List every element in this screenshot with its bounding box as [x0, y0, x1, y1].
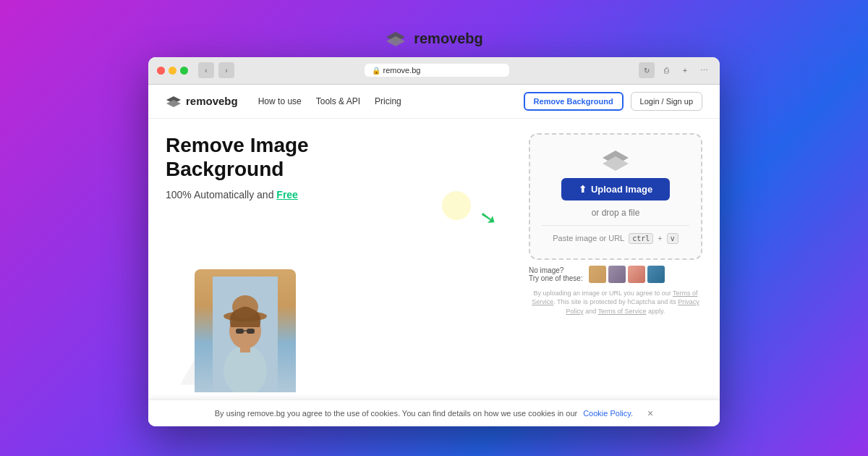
nav-how-to-use[interactable]: How to use	[258, 96, 302, 106]
site-logo-icon	[166, 96, 182, 107]
paste-bar: Paste image or URL ctrl + v	[542, 225, 689, 244]
lock-icon: 🔒	[372, 67, 380, 75]
reload-button[interactable]: ↻	[639, 62, 655, 78]
circle-decoration	[442, 191, 471, 220]
person-image	[195, 269, 296, 392]
upload-icon	[601, 149, 630, 171]
forward-button[interactable]: ›	[218, 62, 234, 78]
upload-drop-zone[interactable]: ⬆ Upload Image or drop a file Paste imag…	[529, 133, 702, 260]
sample-thumb-2[interactable]	[608, 266, 626, 283]
share-button[interactable]: ⎙	[659, 63, 673, 77]
sample-thumbnails	[589, 266, 665, 283]
free-text: Free	[276, 189, 298, 200]
minimize-button[interactable]	[169, 67, 176, 75]
hero-left: · · · ·· · · ·· · · · Remove ImageBackgr…	[166, 133, 514, 392]
hero-title: Remove ImageBackground	[166, 133, 514, 182]
browser-window: ‹ › 🔒 remove.bg ↻ ⎙ + ⋯	[148, 57, 720, 426]
traffic-lights	[157, 67, 188, 75]
add-tab-button[interactable]: +	[678, 63, 692, 77]
cookie-bar: By using remove.bg you agree to the use …	[148, 400, 720, 426]
dots-decoration: · · · ·· · · ·· · · ·	[173, 162, 200, 180]
address-bar[interactable]: 🔒 remove.bg	[365, 64, 509, 77]
back-button[interactable]: ‹	[198, 62, 214, 78]
url-text: remove.bg	[383, 66, 421, 75]
brand-logo-icon	[385, 30, 407, 46]
more-button[interactable]: ⋯	[697, 63, 711, 77]
close-button[interactable]	[157, 67, 165, 75]
terms-link-2[interactable]: Terms of Service	[597, 308, 646, 315]
maximize-button[interactable]	[180, 67, 188, 75]
no-image-label: No image? Try one of these:	[529, 266, 583, 282]
cookie-text: By using remove.bg you agree to the use …	[215, 409, 577, 418]
person-placeholder	[195, 269, 296, 392]
v-key: v	[667, 233, 678, 244]
site-logo[interactable]: removebg	[166, 95, 238, 107]
ctrl-key: ctrl	[629, 233, 653, 244]
sample-thumb-4[interactable]	[647, 266, 665, 283]
hero-right: ⬆ Upload Image or drop a file Paste imag…	[529, 133, 702, 392]
try-these-section: No image? Try one of these:	[529, 266, 702, 283]
nav-links: How to use Tools & API Pricing	[258, 96, 524, 106]
cookie-policy-link[interactable]: Cookie Policy.	[583, 409, 633, 418]
upload-disclaimer: By uploading an image or URL you agree t…	[529, 289, 702, 316]
site-nav: removebg How to use Tools & API Pricing …	[148, 85, 720, 119]
hero-section: · · · ·· · · ·· · · · Remove ImageBackgr…	[148, 119, 720, 400]
person-silhouette	[213, 276, 278, 392]
paste-label: Paste image or URL	[553, 234, 624, 242]
website-content: removebg How to use Tools & API Pricing …	[148, 85, 720, 426]
browser-chrome: ‹ › 🔒 remove.bg ↻ ⎙ + ⋯	[148, 57, 720, 85]
sample-thumb-1[interactable]	[589, 266, 606, 283]
login-signup-button[interactable]: Login / Sign up	[631, 92, 702, 111]
site-logo-text: removebg	[186, 95, 238, 107]
upload-arrow-icon: ⬆	[579, 184, 587, 195]
browser-toolbar: ‹ › 🔒 remove.bg ↻ ⎙ + ⋯	[198, 62, 711, 78]
arrow-decoration: ➘	[477, 204, 498, 230]
address-bar-wrap: 🔒 remove.bg	[239, 64, 634, 77]
sample-thumb-3[interactable]	[628, 266, 645, 283]
or-drop-label: or drop a file	[592, 208, 640, 218]
cookie-close-button[interactable]: ×	[647, 408, 653, 419]
top-brand-bar: removebg	[385, 30, 483, 47]
nav-pricing[interactable]: Pricing	[375, 96, 401, 106]
remove-background-button[interactable]: Remove Background	[524, 92, 624, 111]
svg-rect-11	[247, 329, 255, 334]
plus-sign: +	[658, 234, 662, 242]
nav-tools-api[interactable]: Tools & API	[316, 96, 360, 106]
nav-actions: Remove Background Login / Sign up	[524, 92, 702, 111]
brand-name-label: removebg	[414, 30, 483, 47]
svg-rect-10	[236, 329, 244, 334]
upload-image-button[interactable]: ⬆ Upload Image	[561, 178, 670, 200]
